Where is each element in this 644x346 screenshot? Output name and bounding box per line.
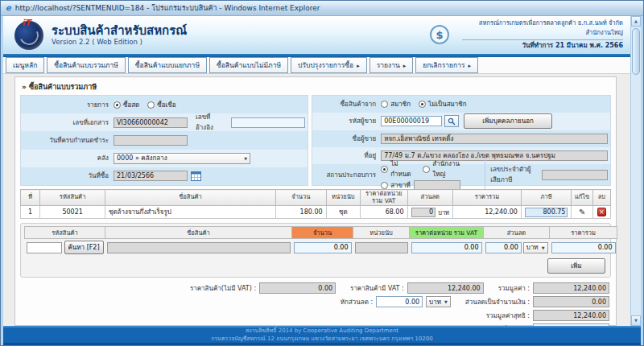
radio-buy-credit-label: ซื้อเชื่อ	[157, 100, 175, 110]
entry-col-code: รหัสสินค้า	[25, 227, 105, 239]
menu-item-reports[interactable]: รายงาน	[369, 57, 414, 73]
menu-item-cancel-transaction[interactable]: ยกเลิกรายการ	[415, 57, 478, 73]
add-external-person-button[interactable]: เพิ่มบุคคลภายนอก	[464, 113, 552, 129]
col-discount: ส่วนลด	[407, 190, 453, 206]
menu-item-buy-vat-included[interactable]: ซื้อสินค้าแบบรวมภาษี	[47, 57, 126, 73]
dollar-icon: $	[430, 25, 449, 44]
purchase-panel: » ซื้อสินค้าแบบรวมภาษี รายการ ซื้อสด ซื้…	[14, 76, 617, 326]
item-discount-unit: บาท	[438, 208, 449, 217]
edit-icon[interactable]: ✎	[579, 208, 585, 216]
unit-field	[355, 242, 408, 253]
scroll-up-button[interactable]: ▲	[631, 16, 641, 27]
app-title: ระบบสินค้าสำหรับสหกรณ์	[52, 24, 187, 38]
col-unit-price: ราคาต่อหน่วยรวม VAT	[360, 190, 407, 206]
entry-col-unit: หน่วยนับ	[353, 227, 410, 239]
menu-item-adjust-purchase[interactable]: ปรับปรุงรายการซื้อ	[291, 57, 367, 73]
deduct-discount-input[interactable]: 0.00	[376, 296, 423, 307]
item-type-label: รายการ	[23, 100, 114, 110]
radio-member[interactable]	[381, 101, 388, 108]
buy-date-label: วันที่ซื้อ	[23, 171, 114, 181]
doc-no-label: เลขที่เอกสาร	[23, 117, 114, 128]
scroll-thumb[interactable]	[632, 28, 640, 75]
menu-item-home[interactable]: เมนูหลัก	[6, 57, 44, 73]
item-vat-field[interactable]: 800.75	[525, 208, 568, 217]
scroll-down-button[interactable]: ▼	[631, 315, 641, 326]
submenu-arrow-icon	[357, 61, 360, 69]
radio-buy-cash[interactable]	[114, 101, 121, 109]
table-row: 1 50021 ชุดล้างจานกึ่งสำเร็จรูป 180.00 ช…	[21, 206, 611, 219]
magnifier-icon	[448, 117, 456, 126]
radio-non-member[interactable]	[419, 101, 426, 108]
price-no-vat-label: ราคาสินค้า(ไม่มี VAT) :	[190, 283, 256, 294]
address-line: กรมตรวจบัญชีสหกรณ์ 12 ถนนกรุงเกษม แขวงวั…	[3, 336, 641, 343]
vendor-name-field: หจก.เอ็สพาณิชย์ เทรดดิ้ง	[381, 134, 608, 144]
ref-no-field[interactable]	[231, 117, 305, 128]
item-qty: 180.00	[276, 206, 327, 219]
buy-from-label: ซื้อสินค้าจาก	[315, 99, 381, 109]
add-item-button[interactable]: เพิ่ม	[547, 258, 605, 274]
menu-item-buy-vat-separated[interactable]: ซื้อสินค้าแบบแยกภาษี	[128, 57, 207, 73]
tax-id-label: เลขประจำตัวผู้เสียภาษี	[490, 164, 539, 185]
col-code: รหัสสินค้า	[40, 190, 105, 206]
price-vat-field: 12,240.00	[407, 282, 484, 294]
page-footer: สงวนลิขสิทธิ์ 2014 by Cooperative Auditi…	[3, 326, 641, 345]
tax-id-field	[542, 170, 608, 180]
radio-not-specified[interactable]	[381, 166, 388, 173]
new-item-entry: รหัสสินค้า ชื่อสินค้า จำนวน หน่วยนับ ราค…	[20, 223, 611, 278]
vertical-scrollbar[interactable]: ▲ ▼	[630, 16, 641, 326]
titlebar: e http://localhost/?SENTMENUID=184 - โปร…	[1, 1, 643, 16]
discount-type-select[interactable]: บาท	[426, 296, 451, 307]
establishment-label: สถานประกอบการ	[315, 170, 381, 180]
radio-buy-cash-label: ซื้อสด	[123, 100, 139, 110]
net-total-field: 12,240.00	[533, 310, 609, 321]
product-code-input[interactable]	[27, 242, 62, 253]
total-value-label: รวมมูลค่า :	[498, 283, 530, 294]
entry-col-qty: จำนวน	[292, 227, 353, 239]
app-logo-icon: iT	[14, 21, 43, 50]
delete-icon[interactable]: ×	[597, 208, 606, 216]
col-delete: ลบ	[592, 190, 610, 206]
address-label: ที่อยู่	[315, 150, 381, 161]
work-date: วันที่ทำการ 21 มีนาคม พ.ศ. 2566	[462, 39, 623, 51]
entry-col-price: ราคาต่อหน่วย รวม VAT	[410, 227, 484, 239]
col-total: ราคารวม	[453, 190, 522, 206]
product-name-field	[107, 242, 291, 253]
submenu-arrow-icon	[469, 61, 472, 69]
net-total-label: รวมมูลค่าสุทธิ :	[486, 311, 530, 321]
ref-no-label: เลขที่อ้างอิง	[196, 112, 228, 133]
radio-head-office[interactable]	[423, 166, 430, 173]
col-name: ชื่อสินค้า	[105, 190, 275, 206]
search-product-button[interactable]: ค้นหา [F2]	[64, 241, 104, 254]
due-date-field	[114, 135, 188, 146]
radio-branch[interactable]	[381, 182, 388, 189]
vendor-name-label: ชื่อผู้ขาย	[315, 134, 381, 144]
warehouse-select[interactable]: 0000 » คลังกลาง	[114, 153, 250, 164]
item-code: 50021	[40, 206, 105, 219]
office-name: สำนักงานใหญ่	[462, 29, 623, 37]
vendor-search-button[interactable]	[444, 115, 459, 127]
calendar-icon[interactable]	[191, 171, 201, 181]
discount-input[interactable]: 0.00	[485, 242, 522, 253]
internet-explorer-icon: e	[6, 4, 11, 12]
app-subtitle: Version 2.2 ( Web Edition )	[52, 38, 187, 46]
col-no: ที่	[21, 190, 40, 206]
app-header: iT ระบบสินค้าสำหรับสหกรณ์ Version 2.2 ( …	[3, 16, 641, 54]
qty-input[interactable]: 0.00	[294, 242, 352, 253]
radio-not-specified-label: ไม่กำหนด	[390, 159, 418, 179]
buy-date-field[interactable]	[114, 171, 188, 181]
copyright-line: สงวนลิขสิทธิ์ 2014 by Cooperative Auditi…	[3, 327, 641, 335]
item-unit-price: 68.00	[360, 206, 407, 219]
menu-item-buy-no-vat[interactable]: ซื้อสินค้าแบบไม่มีภาษี	[209, 57, 288, 73]
doc-no-field	[114, 117, 188, 128]
radio-buy-credit[interactable]	[147, 101, 155, 109]
vendor-code-field[interactable]	[381, 116, 442, 126]
browser-window: e http://localhost/?SENTMENUID=184 - โปร…	[0, 0, 644, 346]
unit-price-input[interactable]: 0.00	[411, 242, 482, 253]
submenu-arrow-icon	[403, 61, 407, 69]
radio-member-label: สมาชิก	[390, 99, 411, 109]
radio-head-office-label: สำนักงานใหญ่	[432, 159, 472, 179]
radio-non-member-label: ไม่เป็นสมาชิก	[428, 99, 467, 109]
item-no: 1	[21, 206, 40, 219]
total-value-field: 12,240.00	[533, 282, 609, 294]
discount-unit-select[interactable]: บาท	[523, 242, 548, 253]
